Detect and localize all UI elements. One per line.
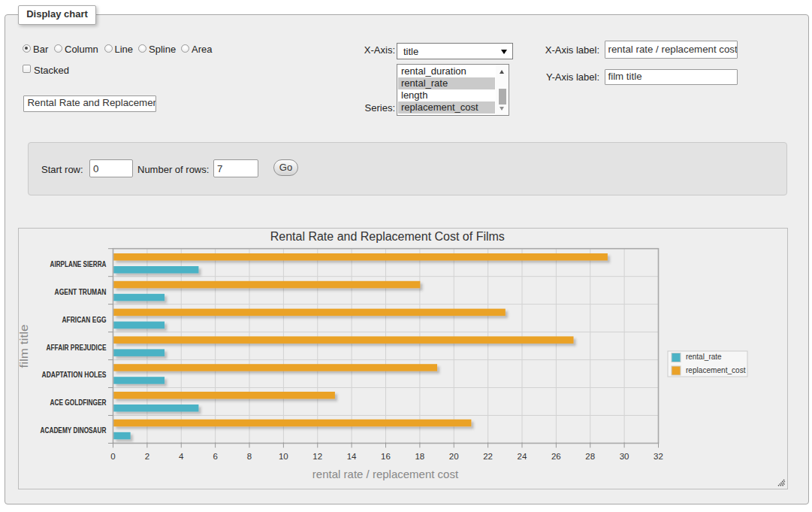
svg-text:2: 2 bbox=[145, 452, 149, 461]
svg-text:AGENT TRUMAN: AGENT TRUMAN bbox=[55, 288, 107, 296]
svg-text:ACE GOLDFINGER: ACE GOLDFINGER bbox=[50, 398, 107, 407]
svg-text:replacement_cost: replacement_cost bbox=[686, 365, 746, 374]
svg-text:30: 30 bbox=[620, 452, 629, 461]
svg-text:32: 32 bbox=[654, 452, 663, 461]
svg-text:0: 0 bbox=[110, 452, 115, 461]
svg-text:12: 12 bbox=[312, 452, 322, 461]
svg-text:4: 4 bbox=[179, 452, 184, 461]
svg-text:ACADEMY DINOSAUR: ACADEMY DINOSAUR bbox=[41, 426, 107, 435]
svg-text:Rental Rate and Replacement Co: Rental Rate and Replacement Cost of Film… bbox=[270, 230, 505, 243]
svg-text:8: 8 bbox=[247, 452, 252, 461]
svg-text:AFFAIR PREJUDICE: AFFAIR PREJUDICE bbox=[47, 344, 107, 352]
svg-text:AFRICAN EGG: AFRICAN EGG bbox=[62, 316, 107, 324]
svg-text:22: 22 bbox=[483, 452, 493, 461]
svg-text:24: 24 bbox=[518, 452, 527, 461]
svg-text:26: 26 bbox=[551, 452, 561, 461]
svg-text:ADAPTATION HOLES: ADAPTATION HOLES bbox=[42, 371, 107, 379]
svg-text:rental_rate: rental_rate bbox=[686, 352, 722, 361]
svg-text:28: 28 bbox=[585, 452, 595, 461]
svg-text:rental rate / replacement cost: rental rate / replacement cost bbox=[312, 468, 459, 480]
svg-text:AIRPLANE SIERRA: AIRPLANE SIERRA bbox=[50, 260, 107, 268]
svg-text:14: 14 bbox=[347, 452, 357, 461]
svg-text:film title: film title bbox=[18, 325, 30, 368]
svg-text:6: 6 bbox=[213, 452, 217, 461]
svg-text:16: 16 bbox=[381, 452, 391, 461]
svg-text:10: 10 bbox=[279, 452, 288, 461]
svg-text:20: 20 bbox=[449, 452, 459, 461]
svg-text:18: 18 bbox=[415, 452, 424, 461]
